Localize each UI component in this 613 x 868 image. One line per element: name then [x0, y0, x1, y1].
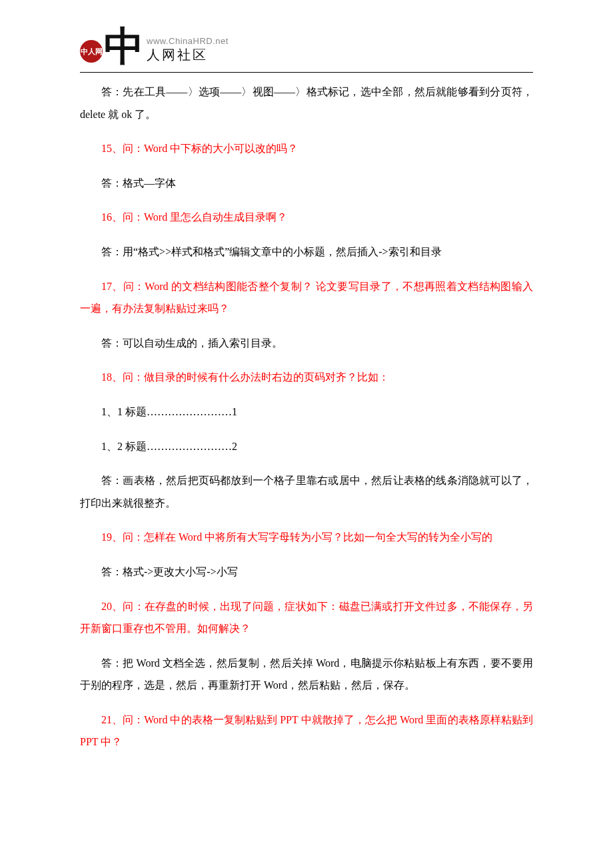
- answer-text: 答：可以自动生成的，插入索引目录。: [80, 332, 533, 355]
- logo-subtitle: 人网社区: [147, 46, 229, 64]
- answer-text: 答：先在工具——〉选项——〉视图——〉格式标记，选中全部，然后就能够看到分页符，…: [80, 81, 533, 125]
- document-body: 答：先在工具——〉选项——〉视图——〉格式标记，选中全部，然后就能够看到分页符，…: [80, 81, 533, 753]
- answer-text: 答：画表格，然后把页码都放到一个格子里靠右或居中，然后让表格的线条消隐就可以了，…: [80, 469, 533, 514]
- question-text: 19、问：怎样在 Word 中将所有大写字母转为小写？比如一句全大写的转为全小写…: [80, 526, 533, 549]
- answer-text: 答：格式—字体: [80, 172, 533, 195]
- question-text: 21、问：Word 中的表格一复制粘贴到 PPT 中就散掉了，怎么把 Word …: [80, 709, 533, 753]
- logo-url: www.ChinaHRD.net: [147, 36, 229, 46]
- answer-text: 答：把 Word 文档全选，然后复制，然后关掉 Word，电脑提示你粘贴板上有东…: [80, 652, 533, 697]
- document-page: 中人网 中 www.ChinaHRD.net 人网社区 答：先在工具——〉选项—…: [0, 0, 613, 792]
- logo-badge-icon: 中人网: [80, 40, 103, 63]
- logo-character: 中: [104, 27, 144, 67]
- site-logo: 中人网 中 www.ChinaHRD.net 人网社区: [80, 20, 533, 67]
- question-text: 18、问：做目录的时候有什么办法时右边的页码对齐？比如：: [80, 366, 533, 389]
- question-text: 16、问：Word 里怎么自动生成目录啊？: [80, 206, 533, 229]
- example-text: 1、2 标题……………………2: [80, 435, 533, 458]
- example-text: 1、1 标题……………………1: [80, 401, 533, 423]
- logo-text-block: www.ChinaHRD.net 人网社区: [147, 36, 229, 67]
- header-divider: [80, 72, 533, 73]
- answer-text: 答：格式->更改大小写->小写: [80, 561, 533, 583]
- question-text: 20、问：在存盘的时候，出现了问题，症状如下：磁盘已满或打开文件过多，不能保存，…: [80, 595, 533, 640]
- question-text: 15、问：Word 中下标的大小可以改的吗？: [80, 137, 533, 160]
- answer-text: 答：用“格式>>样式和格式”编辑文章中的小标题，然后插入->索引和目录: [80, 241, 533, 263]
- question-text: 17、问：Word 的文档结构图能否整个复制？ 论文要写目录了，不想再照着文档结…: [80, 275, 533, 320]
